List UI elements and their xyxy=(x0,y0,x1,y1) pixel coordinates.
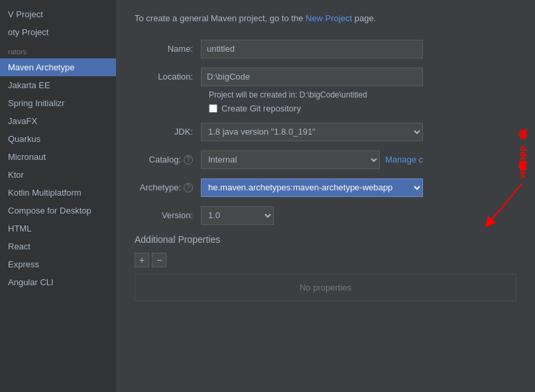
version-row: Version: 1.0 xyxy=(135,206,516,225)
git-label: Create Git repository xyxy=(221,103,301,113)
no-properties-label: No properties xyxy=(135,274,516,301)
sidebar-item-maven-archetype[interactable]: Maven Archetype xyxy=(0,58,116,76)
archetype-label: Archetype: xyxy=(140,182,181,192)
catalog-select[interactable]: Internal xyxy=(201,151,380,169)
sidebar-item-ktor[interactable]: Ktor xyxy=(0,166,116,184)
jdk-label: JDK: xyxy=(135,127,201,137)
name-label: Name: xyxy=(135,44,201,54)
sidebar-item-express[interactable]: Express xyxy=(0,255,116,273)
sidebar-item-quarkus[interactable]: Quarkus xyxy=(0,130,116,148)
location-row: Location: xyxy=(135,68,516,86)
archetype-info-icon[interactable]: ? xyxy=(184,183,193,192)
archetype-select[interactable]: he.maven.archetypes:maven-archetype-weba… xyxy=(201,178,423,197)
sidebar-item-html[interactable]: HTML xyxy=(0,220,116,237)
sidebar-item-kotlin-multiplatform[interactable]: Kotlin Multiplatform xyxy=(0,184,116,202)
sidebar-item-v-project[interactable]: V Project xyxy=(0,5,116,23)
add-property-button[interactable]: + xyxy=(135,253,149,267)
sidebar-item-react[interactable]: React xyxy=(0,237,116,255)
version-select[interactable]: 1.0 xyxy=(201,206,274,225)
new-project-link[interactable]: New Project xyxy=(306,13,352,23)
catalog-row: Catalog: ? Internal Manage c xyxy=(135,151,516,169)
git-checkbox[interactable] xyxy=(209,104,217,113)
catalog-label: Catalog: xyxy=(149,155,181,164)
catalog-label-group: Catalog: ? xyxy=(135,155,201,164)
sidebar-item-angular-cli[interactable]: Angular CLI xyxy=(0,273,116,291)
additional-properties-title: Additional Properties xyxy=(135,234,516,245)
archetype-label-group: Archetype: ? xyxy=(135,182,201,192)
manage-catalogs-link[interactable]: Manage c xyxy=(385,155,423,164)
main-panel: To create a general Maven project, go to… xyxy=(116,0,535,392)
location-input[interactable] xyxy=(201,68,423,86)
sidebar-item-spring-initializr[interactable]: Spring Initializr xyxy=(0,94,116,112)
location-hint: Project will be created in: D:\bigCode\u… xyxy=(209,90,516,99)
sidebar-item-javafx[interactable]: JavaFX xyxy=(0,112,116,130)
name-row: Name: xyxy=(135,40,516,58)
add-remove-row: + − xyxy=(135,253,516,267)
annotation-text: 选择webapp骨架 xyxy=(516,146,528,178)
jdk-select[interactable]: 1.8 java version "1.8.0_191" xyxy=(201,123,423,141)
name-input[interactable] xyxy=(201,40,423,58)
location-label: Location: xyxy=(135,72,201,82)
jdk-row: JDK: 1.8 java version "1.8.0_191" xyxy=(135,123,516,141)
intro-text: To create a general Maven project, go to… xyxy=(135,12,516,25)
version-label: Version: xyxy=(135,210,201,220)
git-checkbox-row: Create Git repository xyxy=(209,103,516,113)
remove-property-button[interactable]: − xyxy=(152,253,166,267)
sidebar-section-generators: rators xyxy=(0,41,116,58)
archetype-row: Archetype: ? he.maven.archetypes:maven-a… xyxy=(135,178,516,197)
catalog-info-icon[interactable]: ? xyxy=(184,155,193,164)
sidebar: V Project oty Project rators Maven Arche… xyxy=(0,0,116,392)
sidebar-item-jakarta-ee[interactable]: Jakarta EE xyxy=(0,76,116,94)
sidebar-item-compose-for-desktop[interactable]: Compose for Desktop xyxy=(0,202,116,220)
sidebar-item-micronaut[interactable]: Micronaut xyxy=(0,148,116,166)
sidebar-item-oty-project[interactable]: oty Project xyxy=(0,23,116,41)
